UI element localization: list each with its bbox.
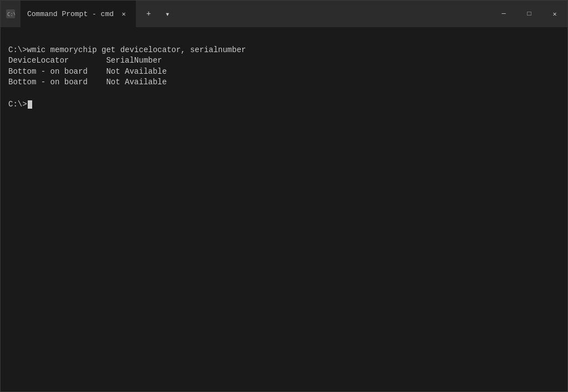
prompt-text: C:\>: [8, 99, 27, 110]
tab-dropdown-button[interactable]: ▾: [159, 6, 176, 22]
window-controls: ─ □ ✕: [491, 1, 567, 27]
terminal-line: [8, 34, 560, 45]
tab-area: C:\ Command Prompt - cmd ✕ + ▾: [1, 1, 491, 27]
terminal-line: [8, 88, 560, 99]
close-button[interactable]: ✕: [542, 1, 567, 27]
tab-icon-area: C:\: [1, 1, 21, 27]
add-tab-button[interactable]: +: [140, 6, 157, 22]
terminal-line: Bottom - on board Not Available: [8, 67, 560, 78]
maximize-button[interactable]: □: [516, 1, 542, 27]
tab-title: Command Prompt - cmd: [27, 10, 114, 18]
prompt-line: C:\>: [8, 99, 560, 110]
tab-controls: + ▾: [136, 1, 180, 27]
terminal-line: C:\>wmic memorychip get devicelocator, s…: [8, 45, 560, 56]
terminal-line: Bottom - on board Not Available: [8, 77, 560, 88]
tab-close-button[interactable]: ✕: [118, 8, 129, 19]
cursor: [28, 100, 32, 109]
terminal-body[interactable]: C:\>wmic memorychip get devicelocator, s…: [1, 27, 567, 391]
terminal-line: DeviceLocator SerialNumber: [8, 55, 560, 67]
titlebar: C:\ Command Prompt - cmd ✕ + ▾ ─ □ ✕: [1, 1, 567, 27]
minimize-button[interactable]: ─: [491, 1, 516, 27]
main-window: C:\ Command Prompt - cmd ✕ + ▾ ─ □ ✕ C:\…: [0, 0, 568, 392]
svg-text:C:\: C:\: [7, 12, 15, 17]
active-tab[interactable]: Command Prompt - cmd ✕: [21, 1, 136, 27]
cmd-icon: C:\: [6, 9, 15, 18]
